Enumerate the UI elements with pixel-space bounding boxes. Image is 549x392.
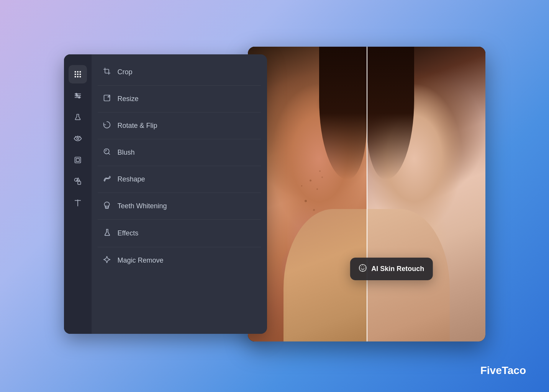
sidebar-icon-effects[interactable] [69, 108, 87, 126]
effects-icon [102, 228, 111, 238]
resize-label: Resize [118, 95, 139, 103]
svg-rect-8 [74, 76, 76, 78]
menu-item-teeth[interactable]: Teeth Whitening [92, 193, 267, 219]
sidebar-icon-adjustments[interactable] [69, 87, 87, 105]
ai-retouch-icon [358, 264, 367, 274]
ai-tooltip-label: AI Skin Retouch [371, 265, 424, 273]
resize-icon [102, 94, 111, 104]
blush-icon [102, 148, 111, 157]
svg-rect-23 [76, 158, 79, 162]
sidebar-icon-retouch[interactable] [69, 129, 87, 148]
crop-label: Crop [118, 68, 133, 76]
svg-rect-22 [75, 157, 80, 163]
effects-label: Effects [118, 229, 139, 237]
svg-rect-6 [77, 74, 79, 75]
menu-item-effects[interactable]: Effects [92, 220, 267, 247]
photo-after [367, 47, 485, 341]
teeth-label: Teeth Whitening [118, 202, 167, 210]
ai-skin-retouch-tooltip[interactable]: AI Skin Retouch [350, 258, 433, 280]
photo-divider [367, 47, 367, 341]
magic-icon [102, 256, 111, 265]
svg-point-17 [76, 95, 78, 96]
svg-rect-10 [79, 76, 81, 78]
teeth-icon [102, 201, 111, 211]
svg-rect-2 [74, 71, 76, 73]
logo-part1: Five [480, 364, 502, 376]
svg-rect-5 [74, 74, 76, 75]
menu-item-blush[interactable]: Blush [92, 139, 267, 166]
menu-item-magic[interactable]: Magic Remove [92, 247, 267, 274]
logo-part2: Taco [502, 364, 526, 376]
svg-rect-25 [78, 181, 81, 185]
menu-item-reshape[interactable]: Reshape [92, 166, 267, 193]
svg-point-18 [77, 137, 79, 139]
svg-rect-9 [77, 76, 79, 78]
svg-rect-7 [79, 74, 81, 75]
rotate-label: Rotate & Flip [118, 122, 157, 130]
icon-sidebar [64, 54, 92, 334]
rotate-icon [102, 121, 111, 131]
sidebar-icon-text[interactable] [69, 194, 87, 212]
crop-icon [102, 67, 111, 77]
svg-rect-3 [77, 71, 79, 73]
sidebar-icon-shapes[interactable] [69, 172, 87, 191]
photo-panel: AI Skin Retouch [248, 47, 485, 341]
svg-rect-4 [79, 71, 81, 73]
menu-list: Crop Resize [92, 54, 267, 334]
menu-item-rotate[interactable]: Rotate & Flip [92, 113, 267, 139]
photo-inner: AI Skin Retouch [248, 47, 485, 341]
svg-point-12 [75, 93, 77, 95]
magic-label: Magic Remove [118, 256, 164, 265]
fivetaco-logo: FiveTaco [480, 364, 526, 377]
blush-label: Blush [118, 149, 135, 157]
sidebar-icon-frame[interactable] [69, 151, 87, 169]
sidebar-icon-apps[interactable] [69, 65, 87, 83]
reshape-icon [102, 175, 111, 184]
svg-marker-34 [103, 256, 110, 263]
main-container: AI Skin Retouch [64, 47, 485, 345]
reshape-label: Reshape [118, 175, 145, 183]
menu-item-resize[interactable]: Resize [92, 86, 267, 112]
menu-item-crop[interactable]: Crop [92, 59, 267, 85]
svg-point-14 [78, 97, 80, 98]
menu-panel: Crop Resize [64, 54, 267, 334]
